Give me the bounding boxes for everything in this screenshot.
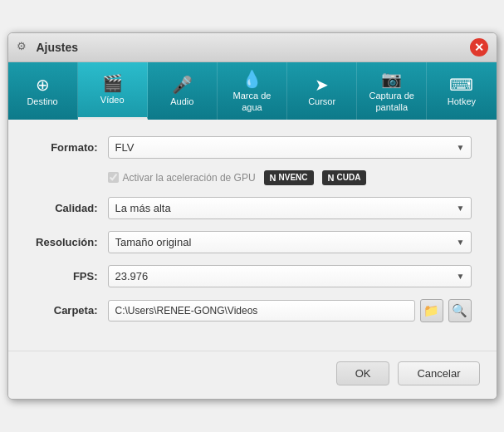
tab-destino-label: Destino xyxy=(27,96,57,107)
tab-hotkey[interactable]: ⌨ Hotkey xyxy=(427,62,496,119)
ok-button[interactable]: OK xyxy=(336,361,390,385)
fps-control: 23.976 24 25 29.97 30 60 xyxy=(108,265,472,287)
dialog-title: Ajustes xyxy=(37,41,79,54)
calidad-select-wrapper: La más alta Alta Media Baja xyxy=(108,197,472,219)
gpu-label-text: Activar la aceleración de GPU xyxy=(123,172,256,184)
nvidia-logo-nvenc: N xyxy=(270,173,276,183)
resolucion-control: Tamaño original 1920x1080 1280x720 854x4… xyxy=(108,231,472,253)
calidad-row: Calidad: La más alta Alta Media Baja xyxy=(33,197,472,219)
fps-row: FPS: 23.976 24 25 29.97 30 60 xyxy=(33,265,472,287)
marca-icon: 💧 xyxy=(242,71,262,87)
formato-select[interactable]: FLV MP4 AVI MKV MOV xyxy=(108,136,472,159)
dialog-footer: OK Cancelar xyxy=(8,351,497,399)
tab-video[interactable]: 🎬 Vídeo xyxy=(78,62,148,119)
tab-audio[interactable]: 🎤 Audio xyxy=(148,62,218,119)
gpu-row: Activar la aceleración de GPU N NVENC N … xyxy=(33,170,472,185)
tab-cursor[interactable]: ➤ Cursor xyxy=(287,62,357,119)
formato-control: FLV MP4 AVI MKV MOV xyxy=(108,136,472,159)
carpeta-input[interactable] xyxy=(108,300,415,322)
carpeta-row: Carpeta: 📁 🔍 xyxy=(33,299,472,322)
carpeta-control: 📁 🔍 xyxy=(108,299,472,322)
cancel-button[interactable]: Cancelar xyxy=(398,361,479,385)
destino-icon: ⊕ xyxy=(36,76,50,93)
calidad-label: Calidad: xyxy=(33,202,108,214)
title-bar: ⚙ Ajustes ✕ xyxy=(8,33,497,62)
tab-marca-label: Marca deagua xyxy=(233,91,272,112)
cuda-label: CUDA xyxy=(337,173,361,182)
nvidia-logo-cuda: N xyxy=(328,173,335,183)
search-icon: 🔍 xyxy=(452,303,467,318)
settings-icon: ⚙ xyxy=(17,40,32,55)
tab-destino[interactable]: ⊕ Destino xyxy=(8,62,78,119)
fps-select[interactable]: 23.976 24 25 29.97 30 60 xyxy=(108,265,472,287)
tab-hotkey-label: Hotkey xyxy=(448,96,476,107)
cuda-badge: N CUDA xyxy=(322,170,367,185)
tab-cursor-label: Cursor xyxy=(308,96,335,107)
nvenc-badge: N NVENC xyxy=(264,170,314,185)
resolucion-select-wrapper: Tamaño original 1920x1080 1280x720 854x4… xyxy=(108,231,472,253)
gpu-checkbox-label[interactable]: Activar la aceleración de GPU xyxy=(108,172,256,184)
title-bar-left: ⚙ Ajustes xyxy=(17,40,79,55)
cursor-icon: ➤ xyxy=(315,76,329,93)
audio-icon: 🎤 xyxy=(172,76,193,93)
calidad-control: La más alta Alta Media Baja xyxy=(108,197,472,219)
tab-marca[interactable]: 💧 Marca deagua xyxy=(218,62,287,119)
captura-icon: 📷 xyxy=(381,71,402,87)
search-folder-button[interactable]: 🔍 xyxy=(448,299,472,322)
tab-bar: ⊕ Destino 🎬 Vídeo 🎤 Audio 💧 Marca deagua… xyxy=(8,62,497,119)
carpeta-label: Carpeta: xyxy=(33,304,108,317)
nvenc-label: NVENC xyxy=(279,173,308,182)
tab-video-label: Vídeo xyxy=(100,95,125,106)
hotkey-icon: ⌨ xyxy=(449,76,473,93)
calidad-select[interactable]: La más alta Alta Media Baja xyxy=(108,197,472,219)
tab-captura-label: Captura depantalla xyxy=(369,91,414,112)
open-folder-button[interactable]: 📁 xyxy=(420,299,443,322)
form-content: Formato: FLV MP4 AVI MKV MOV Activar la … xyxy=(8,120,497,351)
resolucion-label: Resolución: xyxy=(33,236,108,248)
resolucion-row: Resolución: Tamaño original 1920x1080 12… xyxy=(33,231,472,253)
formato-label: Formato: xyxy=(33,141,108,154)
video-icon: 🎬 xyxy=(102,75,123,91)
fps-select-wrapper: 23.976 24 25 29.97 30 60 xyxy=(108,265,472,287)
close-button[interactable]: ✕ xyxy=(470,38,488,56)
folder-icon: 📁 xyxy=(423,303,439,318)
tab-audio-label: Audio xyxy=(170,96,193,107)
fps-label: FPS: xyxy=(33,270,108,282)
resolucion-select[interactable]: Tamaño original 1920x1080 1280x720 854x4… xyxy=(108,231,472,253)
tab-captura[interactable]: 📷 Captura depantalla xyxy=(357,62,427,119)
formato-select-wrapper: FLV MP4 AVI MKV MOV xyxy=(108,136,472,159)
formato-row: Formato: FLV MP4 AVI MKV MOV xyxy=(33,136,472,159)
settings-dialog: ⚙ Ajustes ✕ ⊕ Destino 🎬 Vídeo 🎤 Audio 💧 … xyxy=(7,32,497,399)
gpu-checkbox[interactable] xyxy=(108,172,119,183)
